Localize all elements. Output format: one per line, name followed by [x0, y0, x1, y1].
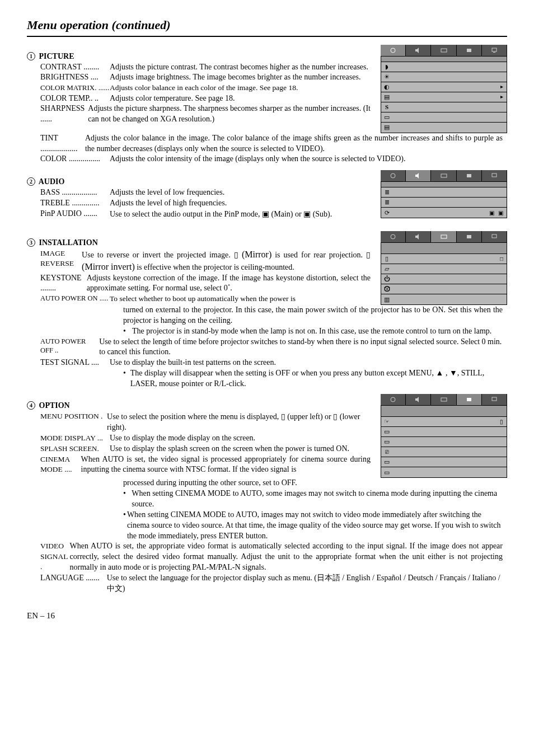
section-picture-header: 1 PICTURE: [27, 51, 375, 62]
brightness-label: BRIGHTNESS ....: [40, 72, 110, 83]
circled-1: 1: [27, 52, 35, 60]
svg-rect-12: [492, 234, 496, 238]
svg-rect-2: [467, 49, 471, 52]
picture-title: PICTURE: [39, 52, 74, 60]
menu-row: ▤▸: [381, 92, 507, 102]
apon-bullet: The projector is in stand-by mode when t…: [132, 326, 491, 337]
bullet-dot: •: [123, 510, 127, 542]
svg-rect-10: [441, 235, 447, 238]
menu-row: ▭: [381, 467, 507, 477]
apoff-label: AUTO POWER OFF ..: [40, 337, 99, 358]
svg-rect-6: [441, 174, 447, 177]
svg-rect-15: [467, 398, 471, 401]
apon-label: AUTO POWER ON .....: [40, 294, 110, 304]
splash-label: SPLASH SCREEN.: [40, 444, 110, 454]
tab-option-icon: [457, 394, 482, 405]
menu-row: ▭: [381, 112, 507, 123]
section-installation-header: 3 INSTALLATION: [27, 238, 375, 248]
tab-install-icon: [431, 45, 456, 56]
vsig-label: VIDEO SIGNAL .: [40, 541, 70, 573]
tab-install-icon: [431, 170, 456, 181]
menu-row: ▥: [381, 294, 507, 304]
tint-label: TINT ...................: [40, 133, 85, 154]
treble-label: TREBLE ..............: [40, 198, 110, 209]
menu-row: ▭: [381, 457, 507, 467]
test-label: TEST SIGNAL ....: [40, 358, 110, 368]
audio-title: AUDIO: [39, 177, 65, 186]
tab-picture-icon: [381, 170, 406, 181]
bass-label: BASS ..................: [40, 187, 110, 198]
pinp-label: PinP AUDIO .......: [40, 209, 110, 220]
test-desc: Use to display the built-in test pattern…: [110, 358, 276, 368]
menu-row: ⏻: [381, 274, 507, 284]
apoff-desc: Use to select the length of time before …: [99, 337, 503, 358]
cinema-bullet-2: When setting CINEMA MODE to AUTO, images…: [127, 510, 503, 542]
apon-desc-2: turned on external to the projector. In …: [40, 305, 503, 326]
tab-audio-icon: [406, 231, 431, 242]
imgrev-label: IMAGE REVERSE: [40, 248, 82, 273]
apon-desc-1: To select whether to boot up automatical…: [110, 294, 296, 304]
tab-audio-icon: [406, 394, 431, 405]
installation-menu-preview: ▯□ ▱ ⏻ ⏼ ▥: [381, 231, 507, 305]
menu-row: ☀: [381, 72, 507, 82]
lang-label: LANGUAGE .......: [40, 573, 107, 594]
installation-title: INSTALLATION: [39, 238, 98, 247]
title-rule: [27, 36, 507, 37]
mode-desc: Use to display the mode display on the s…: [110, 433, 255, 444]
page-title: Menu operation (continued): [27, 17, 507, 34]
page-number: EN – 16: [27, 610, 507, 621]
tab-signal-icon: [482, 170, 507, 181]
cinema-desc-1: When AUTO is set, the video signal is pr…: [81, 454, 371, 476]
tab-audio-icon: [406, 45, 431, 56]
keystone-label: KEYSTONE ........: [40, 273, 87, 294]
menu-row: ≣: [381, 198, 507, 208]
vsig-desc: When AUTO is set, the appropriate video …: [70, 541, 503, 573]
circled-3: 3: [27, 238, 35, 247]
svg-rect-8: [492, 173, 496, 177]
pinp-main-icon: ▣: [262, 209, 269, 218]
svg-rect-1: [441, 49, 447, 52]
menupos-desc: Use to select the position where the men…: [107, 411, 371, 433]
cinema-desc-2: processed during inputting the other sou…: [40, 478, 503, 489]
tab-option-icon: [457, 45, 482, 56]
picture-menu-preview: ◗ ☀ ◐▸ ▤▸ S ▭ ▤: [381, 45, 507, 133]
bullet-dot: •: [123, 368, 130, 389]
contrast-desc: Adjusts the picture contrast. The contra…: [110, 62, 368, 73]
splash-desc: Use to display the splash screen on the …: [110, 444, 349, 454]
treble-desc: Adjusts the level of high frequencies.: [110, 198, 227, 209]
svg-rect-4: [493, 52, 495, 53]
menu-row: ⎚: [381, 447, 507, 457]
circled-4: 4: [27, 401, 35, 410]
svg-point-13: [391, 397, 395, 402]
upper-left-icon: ▯: [281, 412, 285, 421]
svg-point-0: [391, 48, 395, 53]
mirror-invert-icon: ▯: [366, 250, 371, 259]
lang-desc: Use to select the language for the proje…: [107, 573, 503, 594]
svg-rect-14: [441, 398, 447, 401]
tab-option-icon: [457, 231, 482, 242]
svg-point-9: [391, 234, 395, 239]
tab-picture-icon: [381, 231, 406, 242]
pinp-desc: Use to select the audio output in the Pi…: [110, 209, 332, 220]
svg-rect-11: [467, 235, 471, 238]
menu-row: ⏼: [381, 284, 507, 294]
imgrev-desc: Use to reverse or invert the projected i…: [82, 248, 371, 273]
cinema-label: CINEMA MODE ....: [40, 454, 81, 476]
tab-signal-icon: [482, 394, 507, 405]
audio-menu-preview: ≣ ≣ ⟳▣ ▣: [381, 170, 507, 218]
sharp-label: SHARPNESS ......: [40, 104, 88, 125]
pinp-sub-icon: ▣: [303, 209, 311, 218]
tab-signal-icon: [482, 45, 507, 56]
bullet-dot: •: [123, 326, 132, 337]
menu-row: ◗: [381, 62, 507, 72]
menu-row: ▯□: [381, 254, 507, 264]
cmatrix-label: COLOR MATRIX. ......: [40, 83, 110, 93]
brightness-desc: Adjusts image brightness. The image beco…: [110, 72, 360, 83]
ctemp-label: COLOR TEMP.. ..: [40, 93, 110, 104]
svg-rect-16: [492, 397, 496, 401]
tab-picture-icon: [381, 45, 406, 56]
tab-signal-icon: [482, 231, 507, 242]
bass-desc: Adjusts the level of low frequencies.: [110, 187, 224, 198]
tab-install-icon: [431, 394, 456, 405]
circled-2: 2: [27, 177, 35, 186]
